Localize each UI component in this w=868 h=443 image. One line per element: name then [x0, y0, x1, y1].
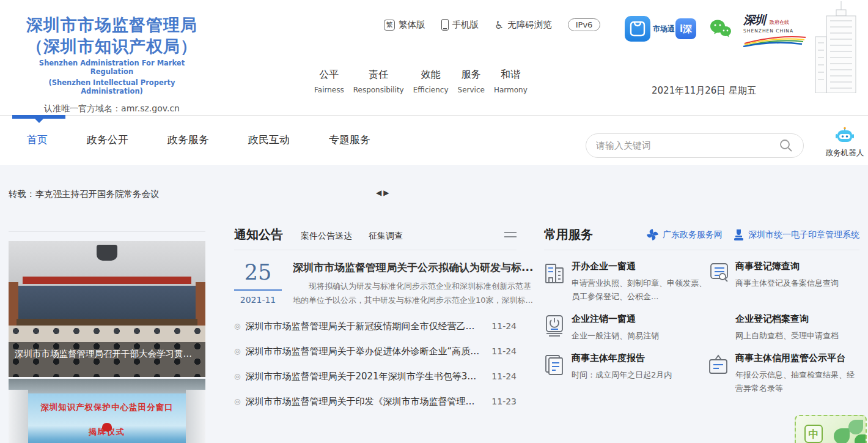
- services-links: 广东政务服务网 深圳市统一电子印章管理系统: [646, 228, 859, 241]
- services-divider: [544, 250, 859, 250]
- market-app-icon: [625, 16, 650, 42]
- services-grid: 开办企业一窗通 申请营业执照、刻制印章、申领发票、员工参保登记、公积金...: [544, 261, 859, 395]
- tab-surveys[interactable]: 征集调查: [369, 231, 403, 242]
- nav-item-home[interactable]: 首页: [27, 133, 48, 147]
- ticker-prev-button[interactable]: ◀: [376, 188, 383, 197]
- carousel-caption: 深圳市市场监督管理局召开干部大会学习贯彻党的十...: [9, 342, 205, 377]
- accessibility-link[interactable]: ♿ 无障碍浏览: [495, 19, 552, 31]
- featured-day: 25: [234, 261, 282, 291]
- featured-notice[interactable]: 25 2021-11 深圳市市场监督管理局关于公示拟确认为研发与标... 现将拟…: [234, 261, 517, 308]
- carousel-slide-ceremony[interactable]: 深圳知识产权保护中心盐田分窗口 揭牌仪式: [9, 379, 205, 443]
- annual-report-icon: [544, 352, 572, 395]
- clover-leaf: [834, 428, 850, 443]
- notice-row[interactable]: ◎ 深圳市市场监督管理局关于新冠疫情期间全市仅经营乙类非... 11-24: [234, 314, 517, 339]
- bullet-icon: ◎: [234, 372, 240, 381]
- mobile-version-link[interactable]: 手机版: [441, 19, 479, 31]
- robot-icon: [835, 127, 855, 144]
- photo-projector: [97, 245, 117, 261]
- sz-logo-script: 深圳: [743, 13, 765, 26]
- photo-carousel: 深圳市市场监督管理局召开干部大会学习贯彻党的十... 深圳知识产权保护中心盐田分…: [9, 231, 205, 443]
- no-icon-spacer: [708, 313, 735, 343]
- green-floating-widget[interactable]: 中: [795, 415, 867, 443]
- pinwheel-icon: [646, 228, 659, 241]
- current-date: 2021年11月26日 星期五: [652, 85, 756, 97]
- service-deregistration[interactable]: 企业注销一窗通 企业一般注销、简易注销: [544, 313, 708, 343]
- service-open-business[interactable]: 开办企业一窗通 申请营业执照、刻制印章、申领发票、员工参保登记、公积金...: [544, 261, 708, 303]
- site-header: 深圳市市场监督管理局 （深圳市知识产权局） Shenzhen Administr…: [0, 0, 868, 115]
- photo2-pillar-left: [9, 390, 28, 443]
- services-section: 常用服务 广东政务服务网: [544, 226, 859, 395]
- value-fairness: 公平 Fairness: [314, 69, 344, 94]
- bullet-icon: ◎: [234, 397, 240, 406]
- featured-date-block: 25 2021-11: [234, 261, 282, 308]
- register-search-icon: [708, 261, 735, 303]
- notices-tabs: 案件公告送达 征集调查: [301, 231, 403, 242]
- search-box: [586, 133, 804, 158]
- building-icon: [544, 261, 572, 303]
- traditional-chinese-link[interactable]: 繁 繁体版: [384, 19, 425, 31]
- main-content: 转载：李克强主持召开国务院常务会议 ◀▶ 深圳市市场监督管理局召开干部大会学习贯…: [0, 165, 868, 443]
- market-app-link[interactable]: 市场通: [625, 16, 675, 42]
- sz-logo-red-text: 政府在线: [770, 20, 789, 25]
- notice-row[interactable]: ◎ 深圳市市场监督管理局关于印发《深圳市市场监督管理局商... 11-23: [234, 389, 517, 414]
- services-title: 常用服务: [544, 226, 593, 243]
- notices-divider: [234, 250, 517, 250]
- value-service: 服务 Service: [458, 69, 485, 94]
- photo-screen: [18, 286, 196, 321]
- photo2-red-flower: [102, 423, 112, 431]
- nav-item-special-services[interactable]: 专题服务: [329, 133, 370, 147]
- ishenzhen-app-icon[interactable]: i深: [675, 18, 696, 39]
- power-book-icon: [544, 313, 572, 343]
- shenzhen-gov-online-logo[interactable]: 深圳 政府在线 SHENZHEN CHINA: [743, 12, 809, 50]
- widget-zhong-badge: 中: [804, 425, 823, 443]
- eseal-system-link[interactable]: 深圳市统一电子印章管理系统: [733, 228, 859, 241]
- value-efficiency: 效能 Efficiency: [413, 69, 449, 94]
- nav-item-gov-disclosure[interactable]: 政务公开: [87, 133, 128, 147]
- headline-ticker[interactable]: 转载：李克强主持召开国务院常务会议: [9, 188, 160, 200]
- notices-title[interactable]: 通知公告: [234, 226, 283, 243]
- building-sketch-image: [806, 0, 867, 95]
- ticker-nav: ◀▶: [376, 188, 391, 197]
- ticker-next-button[interactable]: ▶: [383, 188, 391, 197]
- mobile-label: 手机版: [452, 19, 479, 31]
- logo-en-line1: Shenzhen Administration For Market Regul…: [17, 59, 207, 76]
- tab-case-announcements[interactable]: 案件公告送达: [301, 231, 352, 242]
- search-icon[interactable]: [779, 138, 793, 153]
- notice-row[interactable]: ◎ 深圳市市场监督管理局关于2021年深圳市学生书包等3类产... 11-24: [234, 364, 517, 389]
- ipv6-badge[interactable]: IPv6: [568, 18, 601, 31]
- featured-title[interactable]: 深圳市市场监督管理局关于公示拟确认为研发与标...: [293, 261, 533, 275]
- carousel-slide-meeting[interactable]: 深圳市市场监督管理局召开干部大会学习贯彻党的十...: [9, 241, 205, 377]
- active-tab-indicator: [12, 115, 65, 119]
- bullet-icon: ◎: [234, 322, 240, 330]
- notices-section: 通知公告 案件公告送达 征集调查 25 2021-11 深圳市市场监督管理局关于…: [234, 226, 517, 414]
- photo2-pillar-right: [186, 390, 205, 443]
- service-annual-report[interactable]: 商事主体年度报告 时间：成立周年之日起2月内: [544, 352, 708, 395]
- core-values-row: 公平 Fairness 责任 Responsibility 效能 Efficie…: [314, 69, 528, 94]
- sz-logo-en-text: SHENZHEN CHINA: [743, 28, 809, 34]
- site-logo[interactable]: 深圳市市场监督管理局 （深圳市知识产权局） Shenzhen Administr…: [17, 15, 207, 114]
- notice-list: ◎ 深圳市市场监督管理局关于新冠疫情期间全市仅经营乙类非... 11-24 ◎ …: [234, 314, 517, 414]
- nav-item-gov-services[interactable]: 政务服务: [167, 133, 209, 147]
- wheelchair-icon: ♿: [495, 19, 504, 31]
- rainbow-swoosh: [743, 34, 807, 47]
- nav-menu: 首页 政务公开 政务服务 政民互动 专题服务: [27, 133, 370, 147]
- market-app-label: 市场通: [653, 24, 675, 34]
- gov-robot-button[interactable]: 政务机器人: [825, 127, 864, 158]
- search-input[interactable]: [596, 140, 779, 151]
- value-harmony: 和谐 Harmony: [494, 69, 528, 94]
- photo-red-banner: [23, 277, 192, 284]
- service-registry-search[interactable]: 商事登记簿查询 商事主体登记及备案信息查询: [708, 261, 859, 303]
- guangdong-gov-services-link[interactable]: 广东政务服务网: [646, 228, 723, 241]
- wechat-icon[interactable]: [709, 18, 732, 42]
- service-credit-platform[interactable]: 商事主体信用监管公示平台 年报公示信息、抽查检查结果、经营异常名录等: [708, 352, 859, 395]
- traditional-label: 繁体版: [399, 19, 425, 31]
- nav-item-interaction[interactable]: 政民互动: [248, 133, 290, 147]
- notice-row[interactable]: ◎ 深圳市市场监督管理局关于举办促进体外诊断企业“高质量... 11-24: [234, 339, 517, 364]
- bullet-icon: ◎: [234, 347, 240, 356]
- notices-more-icon[interactable]: [504, 229, 517, 240]
- traditional-icon: 繁: [384, 20, 395, 31]
- clover-leaf: [848, 420, 863, 434]
- service-archive-search[interactable]: 企业登记档案查询 网上自助查档、受理申请查档: [708, 313, 859, 343]
- logo-title-line1: 深圳市市场监督管理局: [17, 15, 207, 36]
- value-responsibility: 责任 Responsibility: [353, 69, 404, 94]
